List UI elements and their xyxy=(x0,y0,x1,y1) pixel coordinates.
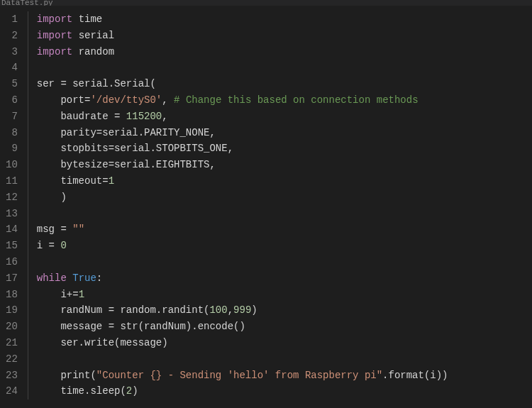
code-line[interactable]: ser.write(message) xyxy=(28,335,532,351)
token-num: 1 xyxy=(109,175,114,187)
code-line[interactable]: import serial xyxy=(28,28,532,44)
token-str: '/dev/ttyS0' xyxy=(90,94,162,106)
token-num: 999 xyxy=(233,304,251,316)
code-line[interactable]: timeout=1 xyxy=(28,173,532,189)
line-number: 20 xyxy=(6,319,18,335)
code-line[interactable]: stopbits=serial.STOPBITS_ONE, xyxy=(28,140,532,157)
token-num: 0 xyxy=(60,240,66,251)
code-line[interactable] xyxy=(28,351,532,368)
token-bool: True xyxy=(72,272,96,284)
token-plain: serial xyxy=(72,30,114,41)
code-line[interactable]: print("Counter {} - Sending 'hello' from… xyxy=(28,368,532,384)
line-number: 1 xyxy=(6,11,18,28)
token-num: 1 xyxy=(79,289,84,300)
line-number: 17 xyxy=(6,270,18,287)
token-plain: random xyxy=(72,46,114,57)
token-plain: time.sleep( xyxy=(37,385,126,397)
code-line[interactable]: i = 0 xyxy=(28,238,532,254)
line-number: 9 xyxy=(6,140,18,157)
line-number: 23 xyxy=(6,368,18,384)
token-plain: stopbits=serial.STOPBITS_ONE, xyxy=(37,143,233,154)
line-number: 19 xyxy=(6,302,18,319)
line-number: 15 xyxy=(6,238,18,254)
line-number: 21 xyxy=(6,335,18,351)
code-line[interactable] xyxy=(28,254,532,270)
code-line[interactable]: baudrate = 115200, xyxy=(28,109,532,125)
line-number: 22 xyxy=(6,351,18,368)
line-number: 14 xyxy=(6,221,18,238)
token-plain: port= xyxy=(37,94,91,106)
code-line[interactable]: ) xyxy=(28,189,532,206)
line-number: 24 xyxy=(6,383,18,399)
line-number: 11 xyxy=(6,173,18,189)
line-number-gutter: 123456789101112131415161718192021222324 xyxy=(0,6,28,408)
token-plain: : xyxy=(96,272,102,284)
token-plain: randNum = random.randint( xyxy=(37,304,210,316)
line-number: 6 xyxy=(6,92,18,109)
code-line[interactable]: ser = serial.Serial( xyxy=(28,76,532,92)
code-line[interactable]: bytesize=serial.EIGHTBITS, xyxy=(28,157,532,173)
code-line[interactable]: parity=serial.PARITY_NONE, xyxy=(28,125,532,141)
token-plain: , xyxy=(162,111,167,122)
line-number: 16 xyxy=(6,254,18,270)
code-line[interactable]: randNum = random.randint(100,999) xyxy=(28,302,532,319)
token-plain: .format(i)) xyxy=(382,370,448,381)
token-num: 115200 xyxy=(126,111,162,122)
code-content[interactable]: import timeimport serialimport random se… xyxy=(28,6,532,408)
token-plain: baudrate = xyxy=(37,111,126,122)
token-com: # Change this based on connection method… xyxy=(174,94,418,106)
line-number: 5 xyxy=(6,76,18,92)
token-plain: message = str(randNum).encode() xyxy=(37,321,245,332)
line-number: 18 xyxy=(6,287,18,303)
code-line[interactable]: port='/dev/ttyS0', # Change this based o… xyxy=(28,92,532,109)
token-plain: bytesize=serial.EIGHTBITS, xyxy=(37,159,216,170)
token-plain: timeout= xyxy=(37,175,109,187)
token-str: "Counter {} - Sending 'hello' from Raspb… xyxy=(96,370,382,381)
token-kw: import xyxy=(37,46,72,57)
token-kw: import xyxy=(37,30,72,41)
token-str: "" xyxy=(72,224,84,235)
code-line[interactable] xyxy=(28,60,532,76)
token-plain: , xyxy=(228,304,233,316)
code-line[interactable]: message = str(randNum).encode() xyxy=(28,319,532,335)
code-editor[interactable]: 123456789101112131415161718192021222324 … xyxy=(0,6,532,408)
line-number: 4 xyxy=(6,60,18,76)
code-line[interactable]: msg = "" xyxy=(28,221,532,238)
token-plain: ser.write(message) xyxy=(37,337,168,348)
code-line[interactable] xyxy=(28,206,532,222)
token-plain: parity=serial.PARITY_NONE, xyxy=(37,127,216,138)
token-plain: i+= xyxy=(37,289,79,300)
token-plain: ) xyxy=(251,304,257,316)
line-number: 8 xyxy=(6,125,18,141)
line-number: 12 xyxy=(6,189,18,206)
token-plain: , xyxy=(162,94,174,106)
code-line[interactable]: i+=1 xyxy=(28,287,532,303)
token-plain: ) xyxy=(132,385,138,397)
line-number: 3 xyxy=(6,44,18,60)
token-plain: msg = xyxy=(37,224,72,235)
tab-bar: DataTest.py xyxy=(0,0,532,6)
token-plain: print( xyxy=(37,370,96,381)
token-plain: time xyxy=(72,13,102,25)
tab-filename[interactable]: DataTest.py xyxy=(1,0,53,6)
line-number: 2 xyxy=(6,28,18,44)
token-plain: ) xyxy=(37,192,67,203)
token-kw: import xyxy=(37,13,72,25)
line-number: 10 xyxy=(6,157,18,173)
line-number: 7 xyxy=(6,109,18,125)
token-plain: i = xyxy=(37,240,61,251)
code-line[interactable]: import random xyxy=(28,44,532,60)
code-line[interactable]: time.sleep(2) xyxy=(28,383,532,399)
code-line[interactable]: import time xyxy=(28,11,532,28)
token-plain xyxy=(67,272,72,284)
code-line[interactable]: while True: xyxy=(28,270,532,287)
token-plain: ser = serial.Serial( xyxy=(37,78,156,89)
token-kw: while xyxy=(37,272,67,284)
token-num: 2 xyxy=(126,385,132,397)
token-num: 100 xyxy=(209,304,227,316)
line-number: 13 xyxy=(6,206,18,222)
